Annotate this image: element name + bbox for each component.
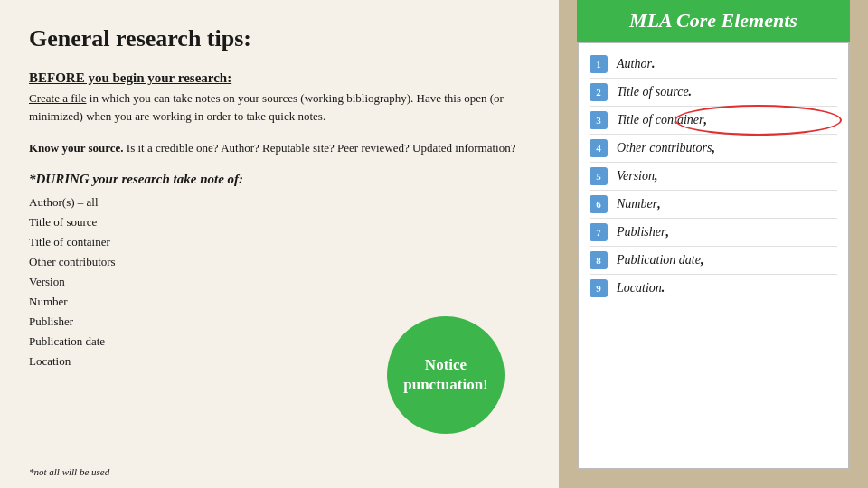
before-text-underline: Create a file [29,91,87,105]
mla-item-7: 7 Publisher, [590,219,837,247]
mla-item-text-5: Version, [617,169,658,183]
mla-item-text-9: Location. [617,281,665,296]
mla-item-text-7: Publisher, [617,225,669,239]
mla-item-text-3: Title of container, [617,113,707,127]
left-panel: General research tips: BEFORE you begin … [0,0,559,488]
during-heading: *DURING your research take note of: [29,172,530,187]
right-panel: MLA Core Elements 1 Author. 2 Title of s… [559,0,868,488]
mla-number-4: 4 [590,139,608,157]
mla-item-text-6: Number, [617,197,661,211]
mla-number-1: 1 [590,55,608,73]
mla-item-9: 9 Location. [590,275,837,302]
mla-number-7: 7 [590,223,608,241]
before-heading: BEFORE you begin your research: [29,70,530,86]
list-item: Title of source [29,212,530,232]
list-item: Author(s) – all [29,192,530,212]
know-source-text: Know your source. Is it a credible one? … [29,139,530,157]
mla-item-1: 1 Author. [590,51,837,79]
know-source-rest: Is it a credible one? Author? Reputable … [124,141,516,155]
mla-number-8: 8 [590,251,608,269]
mla-number-3: 3 [590,111,608,129]
mla-item-3-row: 3 Title of container, [590,111,837,129]
mla-item-text-4: Other contributors, [617,141,715,155]
mla-item-text-2: Title of source. [617,85,692,99]
notice-text: Noticepunctuation! [403,355,488,395]
mla-list-container: 1 Author. 2 Title of source. 3 Title of … [577,42,850,470]
mla-item-6: 6 Number, [590,191,837,219]
mla-number-9: 9 [590,279,608,297]
mla-item-text-8: Publication date, [617,253,703,267]
page-title: General research tips: [29,25,530,52]
mla-number-6: 6 [590,195,608,213]
mla-number-5: 5 [590,167,608,185]
list-item: Number [29,292,530,312]
mla-item-5: 5 Version, [590,163,837,191]
know-source-bold: Know your source. [29,141,124,155]
mla-item-text-1: Author. [617,57,655,71]
main-container: General research tips: BEFORE you begin … [0,0,868,488]
mla-item-2: 2 Title of source. [590,79,837,107]
list-item: Version [29,272,530,292]
mla-item-8: 8 Publication date, [590,247,837,275]
mla-item-3: 3 Title of container, [590,107,837,135]
notice-circle: Noticepunctuation! [387,316,505,434]
list-item: Other contributors [29,252,530,272]
before-text-rest: in which you can take notes on your sour… [29,91,504,123]
before-text: Create a file in which you can take note… [29,89,530,125]
mla-number-2: 2 [590,83,608,101]
mla-header: MLA Core Elements [577,0,850,42]
mla-item-4: 4 Other contributors, [590,135,837,163]
footnote: *not all will be used [29,466,109,477]
list-item: Title of container [29,232,530,252]
